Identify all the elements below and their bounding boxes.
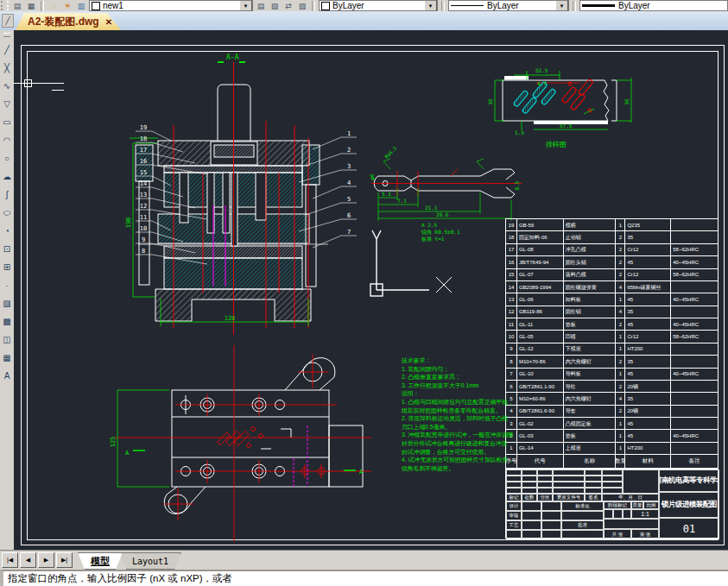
gradient-icon[interactable]: ▩ [1, 312, 14, 331]
part-dim-1: 5.1 [382, 191, 391, 197]
color-combo-arrow[interactable]: ▼ [424, 0, 437, 11]
tab-next-button[interactable]: ▶ [38, 552, 54, 568]
parts-table-cell: GB/T2861.1-90 [517, 381, 564, 392]
parts-table-header-row: 序号代号名称数量材料备注 [506, 455, 718, 468]
rectangle-icon[interactable]: ▭ [1, 113, 14, 131]
title-block-blank-cell [623, 469, 659, 494]
parts-table-row: 1GL-14上模座1HT200 [506, 443, 718, 455]
strip-dim-edge: 1.5 [515, 129, 524, 135]
tab-first-button[interactable]: |◀ [2, 552, 18, 568]
toolbar-separator [312, 1, 315, 11]
strip-dim-step: 4.7 [537, 80, 547, 86]
close-icon[interactable]: ✕ [105, 17, 112, 27]
callout-number: 2 [347, 147, 351, 154]
parts-table-cell [671, 418, 718, 429]
parts-table-cell: 40~45HRC [671, 293, 718, 305]
insert-block-icon[interactable]: ⊡ [1, 240, 14, 258]
file-tab-a2-assembly[interactable]: A2-装配图.dwg ✕ [16, 13, 121, 30]
layer-translate-icon[interactable]: ⇄ [282, 1, 294, 11]
line-icon[interactable]: ╱ [1, 41, 14, 59]
tab-layout1[interactable]: Layout1 [119, 552, 181, 570]
revision-grid-cell [553, 476, 585, 482]
stage-cell-3 [623, 509, 631, 519]
ellipse-icon[interactable]: ⬭ [1, 204, 14, 222]
parts-table-cell: 11 [506, 318, 517, 330]
layer-states-icon[interactable]: ▦ [25, 1, 37, 11]
revision-grid-cell [585, 469, 602, 476]
spline-icon[interactable]: ʃ [1, 186, 14, 204]
parts-table-cell: 止动销 [564, 231, 617, 243]
point-icon[interactable]: ∙ [1, 276, 14, 294]
parts-table-cell: 45 [625, 293, 671, 305]
docked-tool-icon[interactable]: ╱ [2, 14, 14, 28]
linetype-sample [451, 5, 484, 6]
parts-table-cell: 58~62HRC [671, 244, 718, 255]
layer-chart-icon[interactable]: ▥ [75, 1, 87, 11]
parts-table-cell: 35 [625, 393, 671, 404]
polygon-icon[interactable]: ▽ [1, 95, 14, 113]
tab-model[interactable]: 模型 [78, 552, 123, 570]
parts-table-cell: 40~45HRC [671, 318, 718, 330]
revision-grid-cell [522, 482, 537, 488]
callout-number: 6 [347, 212, 351, 219]
parts-table-cell: 冲孔凸模 [564, 244, 617, 255]
model-space-canvas[interactable]: A-A 190 128 1918171615141312111098 12345… [14, 30, 728, 550]
lineweight-combo[interactable]: ByLayer [579, 0, 728, 11]
parts-list-table: 19GB-56模柄1Q23518固定卸料-06止动销23517GL-08冲孔凸模… [505, 218, 719, 469]
toolbar-grip[interactable] [1, 1, 9, 10]
layer-combo[interactable]: new1 ▼ [89, 0, 253, 11]
table-icon[interactable]: ▦ [1, 349, 14, 367]
stage-blank-row [604, 519, 659, 529]
construction-line-icon[interactable]: ╳ [1, 59, 14, 77]
linetype-combo[interactable]: ByLayer ▼ [448, 0, 569, 11]
layer-walk-icon[interactable]: ▨ [296, 1, 308, 11]
rev-label-mark: 标记 [506, 494, 522, 501]
polyline-icon[interactable]: ∿ [1, 77, 14, 95]
revision-cloud-icon[interactable]: ☁ [1, 167, 14, 186]
linetype-combo-arrow[interactable]: ▼ [555, 0, 568, 11]
parts-table-cell: 内六角螺钉 [564, 393, 617, 404]
parts-table-cell: 9 [506, 343, 517, 355]
parts-table-cell: 凸模固定板 [564, 418, 617, 429]
tab-last-button[interactable]: ▶| [56, 552, 73, 568]
parts-table-row: 6GB/T2861.1-90导柱220钢 [506, 381, 718, 393]
revision-grid-cell [537, 488, 553, 494]
toolbar-grip[interactable] [3, 33, 10, 37]
mtext-icon[interactable]: A [1, 367, 14, 385]
color-swatch [321, 2, 330, 10]
tab-prev-button[interactable]: ◀ [20, 552, 36, 568]
color-combo-value: ByLayer [332, 1, 364, 10]
parts-table-cell: 18 [506, 231, 517, 243]
revision-grid [506, 469, 623, 494]
layer-manager-icon[interactable]: ▤ [11, 1, 23, 11]
parts-table-cell [671, 231, 718, 243]
revision-grid-cell [585, 488, 602, 494]
color-combo[interactable]: ByLayer ▼ [319, 0, 438, 11]
parts-table-cell: 1 [616, 293, 625, 305]
layer-combo-arrow[interactable]: ▼ [239, 0, 252, 11]
parts-table-cell: GL-02 [517, 418, 564, 429]
layer-sun-icon[interactable]: ☀ [61, 1, 73, 11]
part-dim-2: 7.1 [397, 198, 407, 204]
parts-table-cell: 12 [506, 306, 517, 318]
ellipse-arc-icon[interactable]: ◔ [1, 222, 14, 240]
callout-number: 16 [140, 158, 147, 165]
layer-bulb-icon[interactable]: ◌ [47, 1, 60, 11]
command-line[interactable]: 指定窗口的角点，输入比例因子 (nX 或 nXP)，或者 [0, 570, 728, 586]
parts-table-cell: 落料凸模 [564, 269, 617, 280]
hatch-icon[interactable]: ▨ [1, 294, 14, 312]
layer-previous-icon[interactable]: ▧ [269, 1, 281, 11]
parts-table-cell: 2 [616, 231, 625, 243]
mass-label: 质量 [631, 501, 643, 509]
process-sign-cell [522, 520, 541, 530]
parts-table-row: 4GB/T2861.6-90导套220钢 [506, 406, 718, 418]
arc-icon[interactable]: ◠ [1, 131, 14, 149]
parts-table-cell: JB/T7649-94 [517, 256, 564, 268]
make-layer-current-icon[interactable]: ▤ [255, 1, 267, 11]
revision-grid-cell [585, 476, 602, 482]
revision-grid-cell [585, 482, 602, 488]
circle-icon[interactable]: ○ [1, 149, 14, 167]
make-block-icon[interactable]: ⊞ [1, 258, 14, 276]
region-icon[interactable]: ◫ [1, 331, 14, 349]
parts-table-cell: GB-56 [517, 219, 564, 230]
